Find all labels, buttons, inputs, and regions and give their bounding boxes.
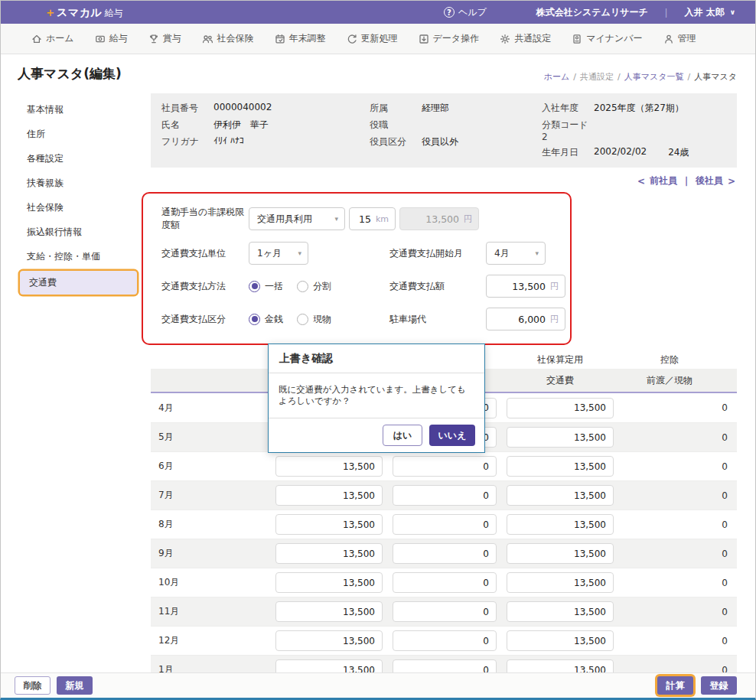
pay-unit-select[interactable]: 1ヶ月 ▾ [249,242,308,265]
advance-inkind-value: 0 [624,432,737,443]
shaho-commute-input[interactable] [507,601,614,622]
nav-item-my-number[interactable]: マイナンバー [572,32,642,45]
pay-amount-input[interactable] [493,281,546,292]
nontax-commute-input[interactable] [275,630,383,651]
radio-label: 一括 [265,280,283,293]
calc-button-orange-annotation[interactable]: 計算 [657,676,693,695]
shaho-commute-input[interactable] [507,514,614,535]
dialog-no-button[interactable]: いいえ [429,425,475,446]
settings-icon [500,34,510,44]
chevron-down-icon: ∨ [730,8,735,16]
advance-inkind-value: 0 [624,519,737,530]
sidebar-item-dependents[interactable]: 扶養親族 [18,171,138,195]
footer-action-bar: 削除 新規 計算 登録 [1,672,755,698]
nav-item-common-settings[interactable]: 共通設定 [500,32,551,45]
nontax-limit-select[interactable]: 交通用具利用 ▾ [249,207,345,230]
sidebar-item-bank-transfer[interactable]: 振込銀行情報 [18,220,138,244]
shaho-commute-input[interactable] [507,543,614,564]
nav-item-year-end-adjustment[interactable]: 年末調整 [275,32,326,45]
nontax-commute-input[interactable] [275,572,383,593]
shaho-commute-input[interactable] [507,398,614,418]
department-label: 所属 [370,102,422,115]
dialog-yes-button[interactable]: はい [383,425,422,446]
advance-inkind-value: 0 [624,461,737,472]
new-button[interactable]: 新規 [57,676,93,695]
shaho-commute-input[interactable] [507,572,614,593]
shaho-commute-input[interactable] [507,427,614,448]
employee-number-value: 0000040002 [213,102,272,115]
shaho-commute-input[interactable] [507,456,614,477]
parking-fee-input[interactable] [493,314,546,325]
radio-in-kind[interactable]: 現物 [297,313,331,326]
breadcrumb-common-settings[interactable]: 共通設定 [580,71,614,83]
chevron-left-icon: < [637,176,645,187]
app-logo[interactable]: ＋ スマカル 給与 [44,5,122,20]
my-number-icon [572,34,582,44]
officer-class-label: 役員区分 [370,135,422,148]
nav-item-refresh[interactable]: 更新処理 [347,32,398,45]
radio-lump-sum[interactable]: 一括 [249,280,283,293]
nav-item-salary[interactable]: 給与 [95,32,128,45]
sidebar-item-pay-deduct-unit[interactable]: 支給・控除・単価 [18,245,138,269]
breadcrumb-jinji-master-list[interactable]: 人事マスタ一覧 [624,71,684,83]
bonus-icon [148,34,159,44]
km-unit-label: km [376,214,389,224]
prev-employee-link[interactable]: 前社員 [650,174,677,187]
shaho-commute-input[interactable] [507,630,614,651]
taxable-commute-input[interactable] [393,630,497,651]
sidebar-item-address[interactable]: 住所 [18,122,138,146]
sidebar-item-various-settings[interactable]: 各種設定 [18,147,138,171]
taxable-commute-input[interactable] [393,485,497,506]
company-name: 株式会社システムリサーチ [536,6,648,19]
help-button[interactable]: ? ヘルプ [444,6,487,19]
social-insurance-icon [202,34,213,44]
pay-kind-radio-group: 金銭 現物 [249,313,389,326]
register-button[interactable]: 登録 [701,676,737,695]
sidebar-item-social-insurance[interactable]: 社会保険 [18,196,138,220]
breadcrumb-home[interactable]: ホーム [544,71,570,83]
nontax-commute-input[interactable] [275,456,383,477]
taxable-commute-input[interactable] [393,601,497,622]
delete-button[interactable]: 削除 [15,676,51,695]
table-row: 11月 0 [151,597,737,626]
distance-input[interactable] [356,213,371,225]
next-employee-link[interactable]: 後社員 [696,174,723,187]
taxable-commute-input[interactable] [393,456,497,477]
user-menu[interactable]: 入井 太郎 ∨ [685,6,736,19]
nontax-commute-input[interactable] [275,543,383,564]
advance-inkind-value: 0 [624,490,737,501]
hire-year-label: 入社年度 [542,102,594,115]
data-operation-icon [419,34,429,44]
taxable-commute-input[interactable] [393,514,497,535]
month-label: 6月 [151,460,266,473]
sidebar-item-basic-info[interactable]: 基本情報 [18,98,138,122]
nontax-commute-input[interactable] [275,514,383,535]
shaho-commute-input[interactable] [507,485,614,506]
pay-kind-label: 交通費支払区分 [161,313,249,326]
nontax-commute-input[interactable] [275,601,383,622]
year-end-adjustment-icon [275,34,285,44]
pay-start-month-select[interactable]: 4月 ▾ [486,242,546,265]
dialog-title: 上書き確認 [269,344,484,373]
nav-item-data-operation[interactable]: データ操作 [419,32,480,45]
yen-unit-label: 円 [464,213,472,225]
radio-cash[interactable]: 金銭 [249,313,283,326]
nav-item-bonus[interactable]: 賞与 [148,32,181,45]
hire-year-value: 2025年度（第27期） [594,102,684,115]
department-value: 経理部 [422,102,449,115]
radio-installments[interactable]: 分割 [297,280,331,293]
nontax-commute-input[interactable] [275,485,383,506]
month-label: 12月 [151,634,266,647]
nav-item-admin[interactable]: 管理 [663,32,696,45]
taxable-commute-input[interactable] [393,572,497,593]
logo-name: スマカル [57,6,102,20]
taxable-commute-input[interactable] [393,543,497,564]
month-label: 8月 [151,518,266,531]
nav-label: 社会保険 [217,32,254,45]
radio-label: 現物 [313,313,331,326]
nav-item-home[interactable]: ホーム [31,32,74,45]
home-icon [31,34,42,44]
employee-kana-label: フリガナ [161,135,213,148]
sidebar-item-commute-cost[interactable]: 交通費 [20,271,137,295]
nav-item-social-insurance[interactable]: 社会保険 [202,32,254,45]
